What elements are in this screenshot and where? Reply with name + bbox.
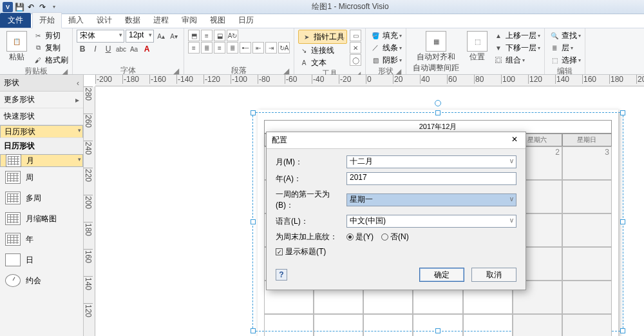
find-button[interactable]: 🔍查找▾ (549, 30, 581, 41)
shade-yes-radio[interactable]: 是(Y) (346, 232, 374, 242)
resize-handle-ml[interactable] (251, 219, 256, 224)
tab-calendar[interactable]: 日历 (232, 13, 260, 28)
line-button[interactable]: ／线条▾ (370, 42, 402, 54)
calendar-cell[interactable] (513, 314, 562, 336)
shape-appointment[interactable]: 约会 (0, 270, 83, 291)
group-button[interactable]: ⿴组合▾ (493, 54, 540, 66)
justify-icon[interactable]: ≣ (227, 42, 238, 54)
redo-icon[interactable]: ↷ (37, 2, 48, 12)
case-button[interactable]: Aa (128, 43, 140, 55)
help-icon[interactable]: ? (276, 269, 287, 281)
shape-month-thumb[interactable]: 月缩略图 (0, 208, 83, 229)
calendar-cell[interactable] (413, 314, 462, 336)
indent-dec-icon[interactable]: ⇤ (252, 42, 264, 54)
ok-button[interactable]: 确定 (419, 268, 464, 282)
calendar-cell[interactable] (264, 314, 314, 336)
cut-button[interactable]: ✂剪切 (32, 30, 68, 41)
underline-button[interactable]: U (102, 43, 114, 55)
align-middle-icon[interactable]: ≡ (201, 30, 213, 41)
clipboard-dialog-launcher[interactable]: ◢ (61, 67, 68, 75)
shadow-button[interactable]: ▧阴影▾ (370, 54, 402, 66)
shade-no-radio[interactable]: 否(N) (381, 232, 409, 242)
italic-button[interactable]: I (90, 43, 101, 55)
resize-handle-br[interactable] (620, 328, 625, 333)
resize-handle-tm[interactable] (435, 110, 440, 115)
shape-multiweek[interactable]: 多周 (0, 188, 83, 208)
select-button[interactable]: ⬚选择▾ (549, 54, 581, 66)
paragraph-dialog-launcher[interactable]: ◢ (282, 66, 290, 74)
firstday-select[interactable]: 星期一 (346, 193, 516, 206)
fill-button[interactable]: 🪣填充▾ (370, 30, 402, 41)
shape-month[interactable]: 月 (0, 154, 83, 167)
resize-handle-tl[interactable] (251, 110, 256, 115)
year-input[interactable]: 2017 (346, 172, 516, 185)
shapes-header[interactable]: 形状‹ (0, 75, 83, 92)
rect-tool-icon[interactable]: ▭ (350, 30, 361, 41)
undo-icon[interactable]: ↶ (26, 2, 36, 12)
calendar-cell[interactable] (562, 314, 612, 336)
show-title-checkbox[interactable]: ✓显示标题(T) (276, 246, 326, 257)
font-size-select[interactable]: 12pt (126, 30, 154, 43)
calendar-cell[interactable]: 3 (562, 146, 612, 180)
tab-file[interactable]: 文件 (0, 13, 31, 28)
strike-button[interactable]: abc (115, 43, 127, 55)
orientation-icon[interactable]: A↻ (227, 30, 238, 41)
rotate-text-icon[interactable]: ↻A (278, 42, 290, 54)
auto-align-button[interactable]: ▦ 自动对齐和 自动调整间距 (410, 30, 462, 75)
shape-day[interactable]: 日 (0, 250, 83, 270)
shape-week[interactable]: 周 (0, 167, 83, 188)
align-left-icon[interactable]: ≡ (188, 42, 200, 54)
calendar-cell[interactable] (562, 180, 612, 213)
paste-button[interactable]: 📋 粘贴 (4, 30, 30, 64)
tab-review[interactable]: 审阅 (175, 13, 204, 28)
layer-button[interactable]: ≣层▾ (549, 42, 581, 54)
align-top-icon[interactable]: ⬒ (188, 30, 200, 41)
calendar-cell[interactable] (314, 314, 363, 336)
increase-font-icon[interactable]: A▴ (155, 30, 167, 42)
bullets-icon[interactable]: •─ (240, 42, 251, 54)
position-button[interactable]: ⬚ 位置 (464, 30, 490, 64)
calendar-shapes-item[interactable]: 日历形状 (0, 125, 83, 138)
calendar-cell[interactable] (562, 247, 612, 281)
calendar-cell[interactable] (562, 213, 612, 247)
close-icon[interactable]: ✕ (509, 135, 520, 146)
ellipse-tool-icon[interactable]: ◯ (350, 54, 361, 66)
tab-insert[interactable]: 插入 (62, 13, 90, 28)
tab-home[interactable]: 开始 (32, 12, 62, 28)
qat-dropdown-icon[interactable]: ▾ (49, 2, 59, 12)
calendar-cell[interactable] (463, 314, 513, 336)
freeform-tool-icon[interactable]: ✕ (350, 42, 361, 54)
pointer-tool-button[interactable]: ➤指针工具 (298, 30, 347, 44)
quick-shapes-item[interactable]: 快速形状 (0, 108, 83, 125)
tab-design[interactable]: 设计 (90, 13, 118, 28)
calendar-cell[interactable] (363, 314, 413, 336)
shape-dialog-launcher[interactable]: ◢ (394, 67, 402, 75)
cancel-button[interactable]: 取消 (471, 268, 516, 282)
resize-handle-mr[interactable] (620, 219, 625, 224)
align-center-icon[interactable]: ≣ (201, 42, 213, 54)
tab-view[interactable]: 视图 (204, 13, 232, 28)
copy-button[interactable]: ⧉复制 (32, 42, 68, 54)
bold-button[interactable]: B (77, 43, 88, 55)
format-painter-button[interactable]: 🖌格式刷 (32, 54, 68, 66)
month-select[interactable]: 十二月 (346, 155, 516, 168)
align-bottom-icon[interactable]: ⬓ (214, 30, 225, 41)
resize-handle-tr[interactable] (620, 110, 625, 115)
save-icon[interactable]: 💾 (14, 2, 24, 12)
decrease-font-icon[interactable]: A▾ (168, 30, 180, 42)
connector-tool-button[interactable]: ↘连接线 (298, 44, 347, 56)
text-tool-button[interactable]: A文本 (298, 57, 347, 68)
font-family-select[interactable]: 宋体 (77, 30, 124, 43)
language-select[interactable]: 中文(中国) (346, 215, 516, 228)
font-dialog-launcher[interactable]: ◢ (172, 66, 180, 74)
tab-data[interactable]: 数据 (118, 13, 147, 28)
shape-year[interactable]: 年 (0, 229, 83, 250)
calendar-cell[interactable] (562, 281, 612, 314)
indent-inc-icon[interactable]: ⇥ (265, 42, 277, 54)
dialog-titlebar[interactable]: 配置 ✕ (267, 132, 526, 149)
send-backward-button[interactable]: ▼下移一层▾ (493, 42, 540, 54)
tab-process[interactable]: 进程 (147, 13, 175, 28)
font-color-button[interactable]: A (141, 43, 153, 55)
bring-forward-button[interactable]: ▲上移一层▾ (493, 30, 540, 41)
align-right-icon[interactable]: ≡ (214, 42, 225, 54)
